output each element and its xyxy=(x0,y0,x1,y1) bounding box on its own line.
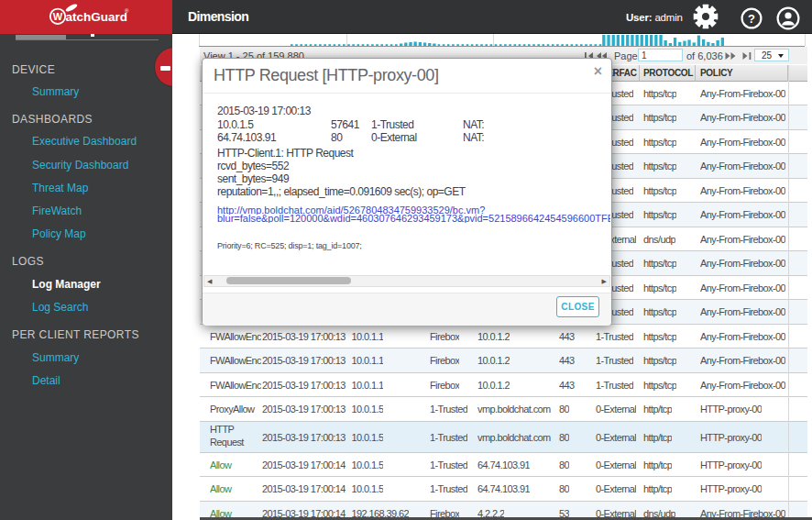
svg-text:®: ® xyxy=(125,8,129,14)
svg-text:atchGuard: atchGuard xyxy=(66,10,128,24)
svg-text:W: W xyxy=(53,11,63,22)
svg-text:?: ? xyxy=(748,12,755,26)
